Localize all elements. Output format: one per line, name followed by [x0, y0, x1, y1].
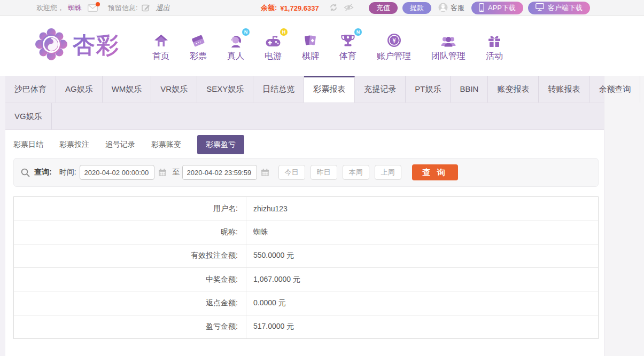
tab-transfer-report[interactable]: 转账报表	[539, 76, 589, 102]
tab-ag[interactable]: AG娱乐	[56, 76, 103, 102]
nav-item-cards[interactable]: 棋牌	[302, 31, 319, 62]
table-row: 有效投注金额: 550.0000 元	[14, 244, 598, 268]
time-label: 时间:	[59, 168, 76, 177]
row-label-username: 用户名:	[14, 197, 246, 220]
row-value-username: zhizhu123	[246, 204, 288, 213]
unread-dot	[96, 2, 100, 6]
customer-service-link[interactable]: 客服	[438, 3, 464, 14]
app-download-label: APP下载	[488, 3, 516, 13]
monitor-icon	[536, 3, 544, 13]
recharge-button[interactable]: 充值	[369, 2, 398, 14]
header: 杏彩 首页 彩票 N 真人	[0, 17, 644, 76]
nav-label: 棋牌	[302, 51, 319, 62]
tab-pt[interactable]: PT娱乐	[406, 76, 451, 102]
edit-icon[interactable]	[142, 3, 150, 13]
refresh-balance-icon[interactable]	[329, 3, 338, 14]
tab-balance-query[interactable]: 余额查询	[589, 76, 640, 102]
row-value-profit-loss: 517.0000 元	[246, 322, 294, 331]
nav-label: 账户管理	[377, 51, 411, 62]
row-label-valid-bets: 有效投注金额:	[14, 244, 246, 267]
subtab-lottery-profit-loss[interactable]: 彩票盈亏	[197, 135, 244, 154]
live-person-icon: N	[228, 31, 243, 48]
home-icon	[154, 31, 168, 48]
subtab-lottery-bets[interactable]: 彩票投注	[59, 135, 89, 154]
tab-vg[interactable]: VG娱乐	[5, 103, 52, 130]
table-row: 用户名: zhizhu123	[14, 197, 598, 220]
nav-item-account[interactable]: ¥ 账户管理	[377, 31, 411, 62]
nav-item-lottery[interactable]: 彩票	[190, 31, 207, 62]
subtab-lottery-daily[interactable]: 彩票日结	[13, 135, 43, 154]
coin-icon: ¥	[387, 31, 401, 48]
team-icon	[440, 31, 456, 48]
nav-item-home[interactable]: 首页	[152, 31, 169, 62]
tab-lottery-report[interactable]: 彩票报表	[304, 76, 355, 102]
end-time-input[interactable]	[182, 165, 257, 180]
table-row: 昵称: 蜘蛛	[14, 220, 598, 244]
nav-item-team[interactable]: 团队管理	[431, 31, 465, 62]
client-download-button[interactable]: 客户端下载	[528, 2, 590, 14]
query-submit-button[interactable]: 查 询	[412, 164, 458, 180]
tab-daily-summary[interactable]: 日结总览	[253, 76, 304, 102]
brand-name: 杏彩	[73, 30, 120, 60]
withdraw-button[interactable]: 提款	[402, 2, 431, 14]
row-value-nickname: 蜘蛛	[246, 227, 268, 237]
left-gutter	[0, 76, 5, 356]
username-link[interactable]: 蜘蛛	[68, 3, 82, 13]
tab-row-1: 沙巴体育 AG娱乐 WM娱乐 VR娱乐 SEXY娱乐 日结总览 彩票报表 充提记…	[5, 76, 604, 102]
search-icon	[21, 168, 30, 177]
profit-loss-table: 用户名: zhizhu123 昵称: 蜘蛛 有效投注金额: 550.0000 元…	[13, 196, 599, 339]
hide-balance-icon[interactable]	[344, 3, 354, 13]
query-label: 查询:	[34, 168, 52, 177]
nav-label: 真人	[227, 51, 244, 62]
row-label-rebate: 返点金额:	[14, 291, 246, 314]
report-tabbar: 沙巴体育 AG娱乐 WM娱乐 VR娱乐 SEXY娱乐 日结总览 彩票报表 充提记…	[5, 76, 604, 130]
logout-link[interactable]: 退出	[156, 3, 170, 13]
badge-n: N	[242, 28, 250, 36]
calendar-icon[interactable]	[158, 168, 167, 177]
tab-wm[interactable]: WM娱乐	[103, 76, 152, 102]
tab-account-change-report[interactable]: 账变报表	[488, 76, 539, 102]
this-week-button[interactable]: 本周	[343, 165, 369, 180]
tab-deposit-withdraw-records[interactable]: 充提记录	[355, 76, 406, 102]
badge-h: H	[280, 28, 288, 36]
balance-area: 余额: ¥1,729.6337	[261, 0, 354, 16]
nav-item-live[interactable]: N 真人	[227, 31, 244, 62]
nav-item-egames[interactable]: H 电游	[265, 31, 282, 62]
ticket-icon	[191, 31, 206, 48]
today-button[interactable]: 今日	[278, 165, 305, 180]
gamepad-icon: H	[265, 31, 281, 48]
service-label: 客服	[451, 3, 464, 13]
yesterday-button[interactable]: 昨日	[311, 165, 337, 180]
nav-item-sports[interactable]: N 体育	[339, 31, 356, 62]
nav-item-activity[interactable]: 活动	[486, 31, 503, 62]
row-label-profit-loss: 盈亏金额:	[14, 315, 246, 338]
tab-shaba-sports[interactable]: 沙巴体育	[5, 76, 56, 102]
brand-logo[interactable]: 杏彩	[35, 28, 120, 62]
tab-vr[interactable]: VR娱乐	[151, 76, 197, 102]
subtab-chase-records[interactable]: 追号记录	[105, 135, 135, 154]
top-bar: 欢迎您， 蜘蛛 预留信息: 退出 余额: ¥1,729.6337 充值	[0, 0, 644, 16]
row-value-valid-bets: 550.0000 元	[246, 251, 294, 260]
last-week-button[interactable]: 上周	[375, 165, 401, 180]
table-row: 中奖金额: 1,067.0000 元	[14, 268, 598, 291]
subtab-lottery-account-change[interactable]: 彩票账变	[151, 135, 181, 154]
nav-label: 活动	[486, 51, 503, 62]
topbar-actions: 充值 提款 客服 APP下载 客户端下载	[369, 0, 590, 16]
tab-sexy[interactable]: SEXY娱乐	[197, 76, 253, 102]
svg-text:¥: ¥	[392, 37, 396, 44]
nav-label: 电游	[265, 51, 282, 62]
to-label: 至	[173, 168, 180, 177]
main-nav: 首页 彩票 N 真人 H 电游	[152, 31, 503, 62]
brand-logo-icon	[35, 28, 67, 62]
welcome-text: 欢迎您，	[36, 3, 64, 13]
mail-icon[interactable]	[88, 4, 98, 12]
trophy-icon: N	[340, 31, 355, 48]
start-time-input[interactable]	[80, 165, 154, 180]
badge-n: N	[354, 28, 362, 36]
gift-icon	[487, 31, 501, 48]
row-value-rebate: 0.0000 元	[246, 298, 286, 308]
calendar-icon[interactable]	[261, 168, 269, 177]
app-download-button[interactable]: APP下载	[471, 2, 523, 14]
tab-bbin[interactable]: BBIN	[451, 76, 488, 102]
row-value-winnings: 1,067.0000 元	[246, 275, 300, 284]
